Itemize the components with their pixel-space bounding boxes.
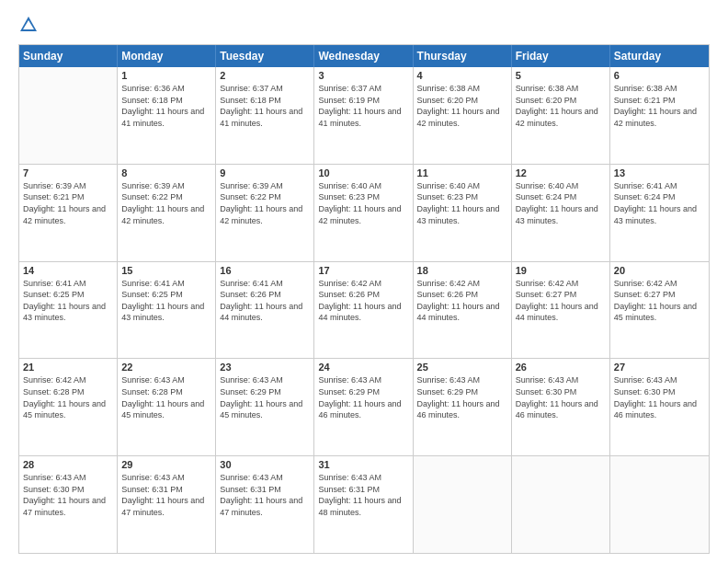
- calendar-body: 1Sunrise: 6:36 AM Sunset: 6:18 PM Daylig…: [19, 67, 709, 553]
- generalblue-icon: [18, 15, 39, 35]
- calendar-cell: 17Sunrise: 6:42 AM Sunset: 6:26 PM Dayli…: [314, 262, 413, 359]
- calendar-cell: 19Sunrise: 6:42 AM Sunset: 6:27 PM Dayli…: [512, 262, 610, 359]
- calendar-cell: 4Sunrise: 6:38 AM Sunset: 6:20 PM Daylig…: [414, 67, 512, 164]
- day-number: 22: [121, 362, 211, 373]
- cell-info: Sunrise: 6:42 AM Sunset: 6:27 PM Dayligh…: [614, 278, 705, 324]
- day-number: 3: [318, 70, 408, 81]
- weekday-header-saturday: Saturday: [610, 45, 709, 67]
- day-number: 28: [23, 459, 113, 470]
- calendar-cell: 22Sunrise: 6:43 AM Sunset: 6:28 PM Dayli…: [118, 359, 216, 455]
- day-number: 31: [318, 459, 408, 470]
- cell-info: Sunrise: 6:43 AM Sunset: 6:30 PM Dayligh…: [516, 374, 606, 420]
- day-number: 26: [516, 362, 606, 373]
- day-number: 9: [220, 167, 310, 178]
- day-number: 30: [220, 459, 310, 470]
- cell-info: Sunrise: 6:43 AM Sunset: 6:28 PM Dayligh…: [121, 374, 211, 420]
- day-number: 25: [417, 362, 507, 373]
- day-number: 29: [121, 459, 211, 470]
- day-number: 4: [417, 70, 507, 81]
- calendar-cell: 9Sunrise: 6:39 AM Sunset: 6:22 PM Daylig…: [216, 165, 314, 261]
- weekday-header-tuesday: Tuesday: [216, 45, 314, 67]
- calendar-cell: 15Sunrise: 6:41 AM Sunset: 6:25 PM Dayli…: [118, 262, 216, 359]
- calendar-cell: 31Sunrise: 6:43 AM Sunset: 6:31 PM Dayli…: [314, 456, 413, 553]
- calendar-cell: 5Sunrise: 6:38 AM Sunset: 6:20 PM Daylig…: [512, 67, 610, 164]
- calendar-cell: 12Sunrise: 6:40 AM Sunset: 6:24 PM Dayli…: [512, 165, 610, 261]
- calendar-cell: [19, 67, 118, 164]
- day-number: 1: [121, 70, 211, 81]
- calendar-cell: 24Sunrise: 6:43 AM Sunset: 6:29 PM Dayli…: [314, 359, 413, 455]
- cell-info: Sunrise: 6:43 AM Sunset: 6:31 PM Dayligh…: [121, 472, 211, 518]
- cell-info: Sunrise: 6:43 AM Sunset: 6:30 PM Dayligh…: [614, 374, 705, 420]
- calendar-header: SundayMondayTuesdayWednesdayThursdayFrid…: [19, 45, 709, 67]
- day-number: 14: [23, 265, 113, 276]
- calendar: SundayMondayTuesdayWednesdayThursdayFrid…: [18, 44, 710, 554]
- calendar-cell: 1Sunrise: 6:36 AM Sunset: 6:18 PM Daylig…: [118, 67, 216, 164]
- calendar-cell: 3Sunrise: 6:37 AM Sunset: 6:19 PM Daylig…: [314, 67, 413, 164]
- cell-info: Sunrise: 6:43 AM Sunset: 6:29 PM Dayligh…: [220, 374, 310, 420]
- day-number: 13: [614, 167, 705, 178]
- day-number: 19: [516, 265, 606, 276]
- cell-info: Sunrise: 6:38 AM Sunset: 6:20 PM Dayligh…: [417, 83, 507, 129]
- weekday-header-thursday: Thursday: [414, 45, 512, 67]
- calendar-cell: 8Sunrise: 6:39 AM Sunset: 6:22 PM Daylig…: [118, 165, 216, 261]
- cell-info: Sunrise: 6:43 AM Sunset: 6:31 PM Dayligh…: [318, 472, 408, 518]
- calendar-cell: 14Sunrise: 6:41 AM Sunset: 6:25 PM Dayli…: [19, 262, 118, 359]
- cell-info: Sunrise: 6:41 AM Sunset: 6:24 PM Dayligh…: [614, 180, 705, 226]
- logo: [18, 15, 40, 35]
- day-number: 17: [318, 265, 408, 276]
- calendar-cell: 6Sunrise: 6:38 AM Sunset: 6:21 PM Daylig…: [610, 67, 709, 164]
- cell-info: Sunrise: 6:43 AM Sunset: 6:30 PM Dayligh…: [23, 472, 113, 518]
- calendar-cell: 26Sunrise: 6:43 AM Sunset: 6:30 PM Dayli…: [512, 359, 610, 455]
- calendar-cell: [512, 456, 610, 553]
- calendar-cell: 7Sunrise: 6:39 AM Sunset: 6:21 PM Daylig…: [19, 165, 118, 261]
- calendar-cell: 11Sunrise: 6:40 AM Sunset: 6:23 PM Dayli…: [414, 165, 512, 261]
- page: SundayMondayTuesdayWednesdayThursdayFrid…: [0, 0, 728, 563]
- calendar-cell: 10Sunrise: 6:40 AM Sunset: 6:23 PM Dayli…: [314, 165, 413, 261]
- cell-info: Sunrise: 6:42 AM Sunset: 6:26 PM Dayligh…: [318, 278, 408, 324]
- day-number: 2: [220, 70, 310, 81]
- calendar-cell: 29Sunrise: 6:43 AM Sunset: 6:31 PM Dayli…: [118, 456, 216, 553]
- day-number: 6: [614, 70, 705, 81]
- day-number: 27: [614, 362, 705, 373]
- cell-info: Sunrise: 6:40 AM Sunset: 6:23 PM Dayligh…: [417, 180, 507, 226]
- cell-info: Sunrise: 6:38 AM Sunset: 6:21 PM Dayligh…: [614, 83, 705, 129]
- header: [18, 15, 710, 35]
- cell-info: Sunrise: 6:43 AM Sunset: 6:29 PM Dayligh…: [318, 374, 408, 420]
- calendar-cell: 28Sunrise: 6:43 AM Sunset: 6:30 PM Dayli…: [19, 456, 118, 553]
- day-number: 23: [220, 362, 310, 373]
- day-number: 18: [417, 265, 507, 276]
- cell-info: Sunrise: 6:42 AM Sunset: 6:28 PM Dayligh…: [23, 374, 113, 420]
- weekday-header-friday: Friday: [512, 45, 610, 67]
- calendar-week-3: 14Sunrise: 6:41 AM Sunset: 6:25 PM Dayli…: [19, 261, 709, 359]
- day-number: 15: [121, 265, 211, 276]
- cell-info: Sunrise: 6:37 AM Sunset: 6:19 PM Dayligh…: [318, 83, 408, 129]
- day-number: 5: [516, 70, 606, 81]
- cell-info: Sunrise: 6:41 AM Sunset: 6:26 PM Dayligh…: [220, 278, 310, 324]
- calendar-week-5: 28Sunrise: 6:43 AM Sunset: 6:30 PM Dayli…: [19, 455, 709, 553]
- weekday-header-wednesday: Wednesday: [314, 45, 413, 67]
- calendar-cell: 16Sunrise: 6:41 AM Sunset: 6:26 PM Dayli…: [216, 262, 314, 359]
- calendar-cell: [610, 456, 709, 553]
- calendar-cell: 27Sunrise: 6:43 AM Sunset: 6:30 PM Dayli…: [610, 359, 709, 455]
- cell-info: Sunrise: 6:40 AM Sunset: 6:23 PM Dayligh…: [318, 180, 408, 226]
- day-number: 24: [318, 362, 408, 373]
- cell-info: Sunrise: 6:43 AM Sunset: 6:31 PM Dayligh…: [220, 472, 310, 518]
- day-number: 12: [516, 167, 606, 178]
- day-number: 16: [220, 265, 310, 276]
- day-number: 10: [318, 167, 408, 178]
- weekday-header-sunday: Sunday: [19, 45, 118, 67]
- cell-info: Sunrise: 6:39 AM Sunset: 6:21 PM Dayligh…: [23, 180, 113, 226]
- calendar-cell: 2Sunrise: 6:37 AM Sunset: 6:18 PM Daylig…: [216, 67, 314, 164]
- calendar-cell: 23Sunrise: 6:43 AM Sunset: 6:29 PM Dayli…: [216, 359, 314, 455]
- calendar-cell: [414, 456, 512, 553]
- cell-info: Sunrise: 6:37 AM Sunset: 6:18 PM Dayligh…: [220, 83, 310, 129]
- day-number: 8: [121, 167, 211, 178]
- calendar-cell: 30Sunrise: 6:43 AM Sunset: 6:31 PM Dayli…: [216, 456, 314, 553]
- cell-info: Sunrise: 6:42 AM Sunset: 6:26 PM Dayligh…: [417, 278, 507, 324]
- cell-info: Sunrise: 6:36 AM Sunset: 6:18 PM Dayligh…: [121, 83, 211, 129]
- calendar-cell: 21Sunrise: 6:42 AM Sunset: 6:28 PM Dayli…: [19, 359, 118, 455]
- cell-info: Sunrise: 6:39 AM Sunset: 6:22 PM Dayligh…: [220, 180, 310, 226]
- day-number: 21: [23, 362, 113, 373]
- calendar-cell: 25Sunrise: 6:43 AM Sunset: 6:29 PM Dayli…: [414, 359, 512, 455]
- calendar-week-2: 7Sunrise: 6:39 AM Sunset: 6:21 PM Daylig…: [19, 164, 709, 261]
